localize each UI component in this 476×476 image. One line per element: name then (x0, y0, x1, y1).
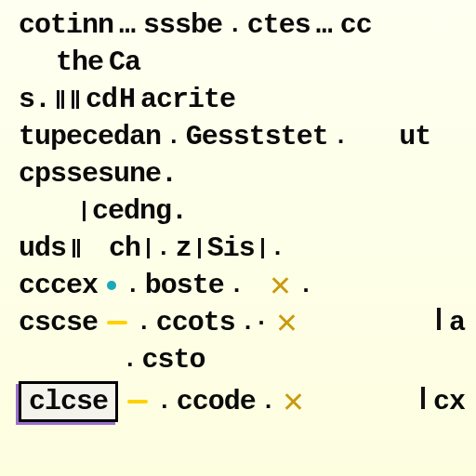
dot: . (123, 346, 137, 374)
word: ctes (247, 9, 311, 41)
dot: . (157, 388, 171, 416)
highlight-marker-icon (127, 400, 148, 403)
cross-icon (271, 276, 289, 295)
pipe-icon (83, 201, 86, 221)
text-line-4: cpssesune. (19, 158, 470, 190)
word: z (176, 232, 192, 264)
word: cedng. (92, 195, 187, 227)
pipe-icon (421, 387, 425, 409)
word: ch (109, 232, 140, 264)
text-line-10: clcse . ccode . cx (19, 381, 470, 422)
word: Gesststet (186, 121, 328, 152)
boxed-cell: clcse (19, 381, 118, 422)
word: ut (399, 121, 430, 152)
word: cccex (19, 270, 98, 301)
word: cscse (19, 307, 98, 338)
word: sssbe (143, 9, 222, 41)
word: s. (19, 84, 50, 115)
dot: . (156, 234, 170, 262)
caret-marker-icon (71, 90, 80, 109)
right-cell: a (431, 307, 465, 338)
text-line-9: . csto (19, 344, 470, 376)
dot: . (271, 234, 284, 262)
word: the (56, 46, 103, 78)
word: ccode (177, 386, 256, 417)
pipe-icon (261, 238, 264, 258)
text-line-1: the Ca (19, 46, 470, 78)
word: Ca (109, 46, 140, 78)
word: csto (142, 344, 205, 376)
word: cc (340, 9, 372, 41)
dot: . (126, 271, 139, 299)
text-line-5: cedng. (19, 195, 470, 227)
word: acrite (140, 84, 235, 115)
pipe-icon (437, 308, 441, 330)
word: cotinn (19, 9, 113, 41)
dot: . (298, 271, 312, 299)
cross-icon (277, 313, 296, 332)
ellipsis: … (316, 9, 335, 41)
pipe-icon (198, 238, 201, 258)
text-line-0: cotinn … sssbe . ctes … cc (19, 9, 470, 41)
word: cpssesune. (19, 158, 177, 190)
dot: . (137, 309, 151, 337)
word: a (449, 307, 465, 338)
pipe-icon (147, 238, 150, 258)
word: cd (86, 84, 117, 115)
text-line-6: uds ch . z Sis . (19, 232, 470, 264)
dot: . (261, 388, 275, 416)
text-line-3: tupecedan . Gesststet . ut (19, 121, 470, 152)
word: tupecedan (19, 121, 161, 152)
ellipsis: … (119, 9, 138, 41)
dot: . (334, 123, 348, 151)
dot: . (230, 271, 244, 299)
word: Sis (207, 232, 255, 264)
cross-icon (284, 392, 302, 411)
word: boste (145, 270, 224, 301)
caret-marker-icon (72, 239, 81, 258)
word: ccots (156, 307, 235, 338)
char: H (119, 84, 135, 115)
dot: . (228, 11, 242, 39)
dot: . (166, 123, 180, 151)
word: cx (433, 386, 465, 417)
word: uds (19, 232, 66, 264)
text-line-8: cscse . ccots .· a (19, 307, 470, 338)
dashes: .· (241, 309, 268, 337)
highlight-marker-icon (107, 321, 127, 324)
word: clcse (29, 386, 108, 417)
caret-marker-icon (56, 90, 65, 109)
text-line-2: s. cd H acrite (19, 84, 470, 115)
dot-marker-icon (107, 281, 116, 290)
right-cell: cx (416, 386, 465, 417)
text-line-7: cccex . boste . . (19, 270, 470, 301)
